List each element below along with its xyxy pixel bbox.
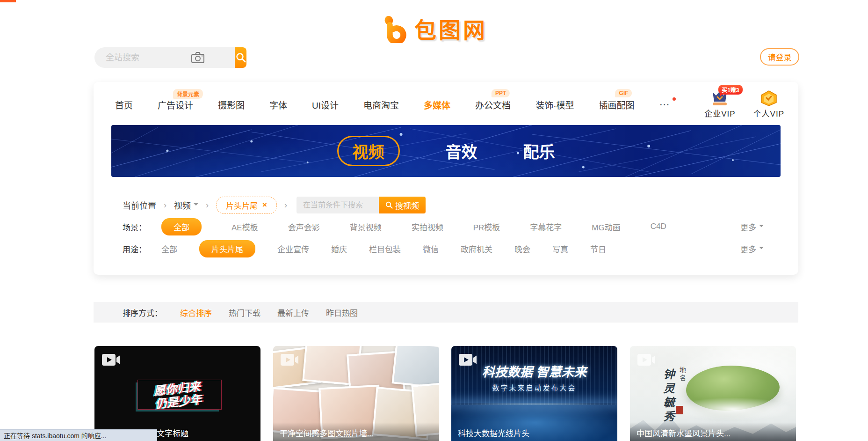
sort-option-comprehensive[interactable]: 综合排序: [180, 307, 212, 318]
nav-item-multimedia[interactable]: 多媒体: [424, 98, 450, 111]
sort-option-yesterday-hot[interactable]: 昨日热图: [326, 307, 358, 318]
chevron-down-icon: [194, 203, 198, 208]
red-seal: [676, 406, 683, 414]
usage-option-gala[interactable]: 晚会: [514, 243, 530, 255]
contextual-search-input[interactable]: [297, 197, 379, 213]
personal-vip-link[interactable]: 个人VIP: [753, 90, 784, 119]
card-art-mist: [672, 397, 794, 421]
filter-label-scene: 场景：: [123, 221, 146, 233]
baotu-logo-icon: [381, 14, 410, 43]
filter-tag-pill[interactable]: 片头片尾 ×: [216, 197, 277, 214]
chevron-down-icon: [759, 247, 764, 251]
usage-options: 全部 片头片尾 企业宣传 婚庆 栏目包装 微信 政府机关 晚会 写真 节日: [161, 240, 606, 257]
category-banner: 视频 音效 配乐: [111, 125, 781, 177]
scene-option-all[interactable]: 全部: [161, 218, 202, 235]
card-art-subtext: 数字未来启动发布大会: [492, 382, 576, 392]
loading-progress-strip: [0, 0, 16, 2]
video-card[interactable]: 愿你归来仍是少年 抖音风格毕业季文字标题: [94, 346, 260, 441]
video-icon: [102, 353, 120, 366]
contextual-search: 搜视频: [297, 197, 426, 213]
usage-more-link[interactable]: 更多: [740, 243, 764, 255]
scene-option-huisheng[interactable]: 会声会影: [288, 221, 320, 233]
banner-tabs: 视频 音效 配乐: [111, 125, 781, 177]
scene-option-c4d[interactable]: C4D: [651, 222, 666, 231]
card-art-horizon: [451, 403, 617, 405]
usage-option-festival[interactable]: 节日: [590, 243, 606, 255]
nav-item-ad-design[interactable]: 广告设计 背景元素: [158, 98, 193, 111]
scene-option-pr[interactable]: PR模板: [473, 221, 500, 233]
video-icon: [281, 353, 298, 366]
nav-badge-gif: GIF: [615, 89, 632, 97]
scene-more-link[interactable]: 更多: [740, 221, 764, 233]
main-panel: 首页 广告设计 背景元素 摄影图 字体 UI设计 电商淘宝 多媒体 办公文档 P…: [94, 82, 798, 275]
video-card-title: 科技大数据光线片头: [451, 422, 617, 441]
usage-option-all[interactable]: 全部: [161, 243, 177, 255]
usage-option-corporate[interactable]: 企业宣传: [277, 243, 309, 255]
usage-option-government[interactable]: 政府机关: [461, 243, 492, 255]
nav-item-fonts[interactable]: 字体: [269, 98, 287, 111]
main-nav: 首页 广告设计 背景元素 摄影图 字体 UI设计 电商淘宝 多媒体 办公文档 P…: [94, 82, 798, 120]
site-logo[interactable]: 包图网: [381, 12, 487, 44]
video-card[interactable]: 钟灵毓秀 地名 中国风清新水墨风景片头...: [630, 346, 796, 441]
gem-icon: [760, 90, 778, 106]
personal-vip-label: 个人VIP: [753, 107, 784, 119]
scene-option-background[interactable]: 背景视频: [350, 221, 382, 233]
filter-label-usage: 用途：: [123, 243, 146, 255]
page: 包图网 请登录 首页 广告设计 背景元素: [0, 0, 868, 441]
breadcrumb-separator: ›: [206, 200, 209, 210]
sort-option-popular[interactable]: 热门下载: [229, 307, 260, 318]
site-logo-text: 包图网: [414, 12, 487, 44]
nav-item-illustration[interactable]: 插画配图 GIF: [599, 98, 634, 111]
tag-close-icon[interactable]: ×: [262, 200, 267, 210]
video-card-title: 干净空间感多图文照片墙...: [273, 422, 439, 441]
usage-option-packaging[interactable]: 栏目包装: [369, 243, 401, 255]
enterprise-vip-link[interactable]: 企业VIP 买1赠3: [704, 90, 735, 119]
nav-more-menu[interactable]: ⋯: [659, 98, 670, 110]
usage-option-portrait[interactable]: 写真: [552, 243, 568, 255]
tab-video[interactable]: 视频: [337, 136, 400, 166]
video-card-title: 中国风清新水墨风景片头...: [630, 422, 796, 441]
enterprise-vip-label: 企业VIP: [704, 107, 735, 119]
video-card[interactable]: 科技数据 智慧未来 数字未来启动发布大会 科技大数据光线片头: [451, 346, 617, 441]
nav-item-ecommerce[interactable]: 电商淘宝: [363, 98, 399, 111]
sort-label: 排序方式：: [123, 307, 162, 318]
sort-option-newest[interactable]: 最新上传: [277, 307, 309, 318]
login-button[interactable]: 请登录: [760, 48, 799, 66]
scene-options: 全部 AE模板 会声会影 背景视频 实拍视频 PR模板 字幕花字 MG动画 C4…: [161, 218, 666, 235]
tab-sound-effects[interactable]: 音效: [446, 140, 477, 162]
notification-dot: [673, 97, 676, 101]
scene-option-live[interactable]: 实拍视频: [412, 221, 443, 233]
video-card[interactable]: 干净空间感多图文照片墙...: [273, 346, 439, 441]
site-search-input[interactable]: [94, 47, 235, 68]
usage-option-wechat[interactable]: 微信: [423, 243, 439, 255]
breadcrumb-label: 当前位置: [123, 199, 156, 211]
scene-option-ae[interactable]: AE模板: [231, 221, 258, 233]
card-art-calligraphy: 钟灵毓秀: [660, 368, 676, 425]
breadcrumb-separator: ›: [284, 200, 287, 210]
nav-item-ui-design[interactable]: UI设计: [312, 98, 339, 111]
usage-option-wedding[interactable]: 婚庆: [331, 243, 347, 255]
card-art-text: 科技数据 智慧未来: [482, 362, 587, 380]
search-button[interactable]: [235, 47, 246, 68]
filter-row-usage: 用途： 全部 片头片尾 企业宣传 婚庆 栏目包装 微信 政府机关 晚会 写真 节…: [123, 240, 769, 257]
filter-row-scene: 场景： 全部 AE模板 会声会影 背景视频 实拍视频 PR模板 字幕花字 MG动…: [123, 218, 769, 235]
search-icon: [385, 201, 393, 209]
site-search: [94, 47, 246, 68]
usage-option-intro-outro[interactable]: 片头片尾: [199, 240, 255, 257]
nav-item-decor-models[interactable]: 装饰·模型: [535, 98, 574, 111]
breadcrumb: 当前位置 › 视频 › 片头片尾 × › 搜视频: [123, 196, 769, 214]
scene-option-mg[interactable]: MG动画: [592, 221, 620, 233]
nav-badge-bg-elements: 背景元素: [173, 89, 203, 99]
image-search-camera-icon[interactable]: [191, 51, 204, 64]
browser-status-bar: 正在等待 stats.ibaotu.com 的响应...: [0, 429, 157, 441]
nav-item-office-docs[interactable]: 办公文档 PPT: [475, 98, 511, 111]
nav-badge-ppt: PPT: [492, 89, 510, 97]
video-icon: [459, 353, 477, 366]
breadcrumb-category[interactable]: 视频: [174, 199, 198, 211]
scene-option-subtitle[interactable]: 字幕花字: [530, 221, 562, 233]
nav-item-photography[interactable]: 摄影图: [218, 98, 245, 111]
search-videos-button[interactable]: 搜视频: [379, 197, 426, 213]
nav-item-home[interactable]: 首页: [115, 98, 133, 111]
tab-music[interactable]: 配乐: [523, 140, 555, 162]
video-icon: [637, 353, 655, 366]
